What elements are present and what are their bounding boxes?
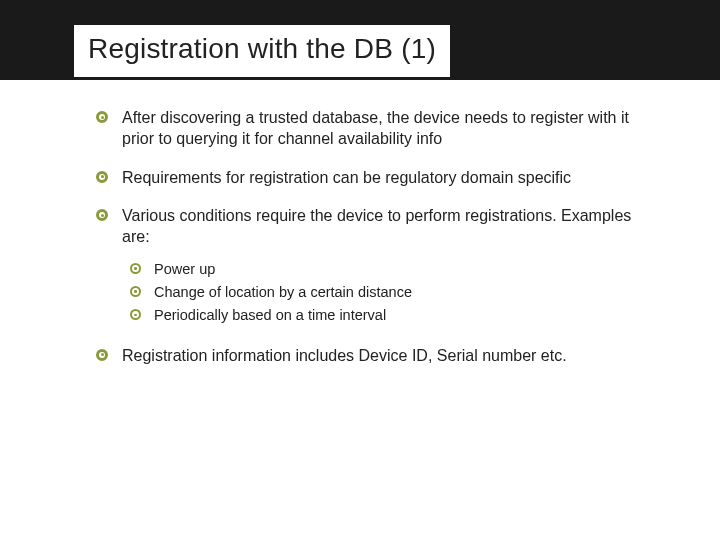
bullet-text: Requirements for registration can be reg… [122,169,571,186]
bullet-icon [96,209,108,221]
bullet-text: Various conditions require the device to… [122,207,631,245]
sub-bullet-text: Change of location by a certain distance [154,284,412,300]
bullet-text: Registration information includes Device… [122,347,567,364]
sub-bullet-text: Power up [154,261,215,277]
bullet-item: After discovering a trusted database, th… [96,108,656,150]
slide-body: After discovering a trusted database, th… [96,108,656,384]
bullet-icon [130,263,141,274]
bullet-icon [130,309,141,320]
bullet-item: Various conditions require the device to… [96,206,656,327]
sub-bullet-item: Power up [130,258,656,281]
bullet-icon [96,349,108,361]
bullet-item: Registration information includes Device… [96,346,656,367]
sub-bullet-item: Periodically based on a time interval [130,304,656,327]
bullet-text: After discovering a trusted database, th… [122,109,629,147]
title-box: Registration with the DB (1) [74,25,450,77]
slide-title: Registration with the DB (1) [88,33,436,65]
sub-bullet-text: Periodically based on a time interval [154,307,386,323]
bullet-list: After discovering a trusted database, th… [96,108,656,366]
bullet-icon [96,171,108,183]
sub-bullet-list: Power up Change of location by a certain… [130,258,656,328]
sub-bullet-item: Change of location by a certain distance [130,281,656,304]
bullet-icon [96,111,108,123]
bullet-icon [130,286,141,297]
bullet-item: Requirements for registration can be reg… [96,168,656,189]
